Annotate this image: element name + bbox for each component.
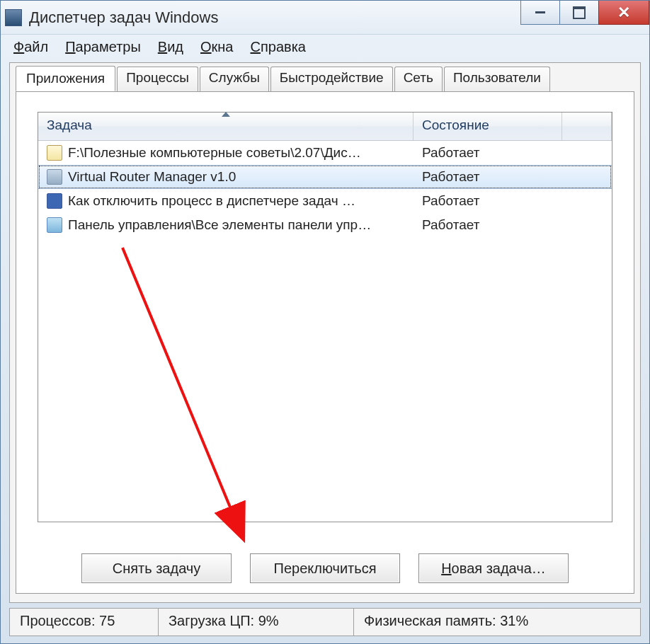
listview-body: F:\Полезные компьютерные советы\2.07\Дис… (38, 141, 612, 237)
window-title: Диспетчер задач Windows (29, 8, 521, 27)
table-row[interactable]: Как отключить процесс в диспетчере задач… (38, 189, 612, 213)
menubar: Файл Параметры Вид Окна Справка (1, 35, 649, 62)
sort-ascending-icon (222, 112, 230, 117)
column-spacer (562, 113, 612, 140)
tab-processes[interactable]: Процессы (117, 67, 198, 92)
column-task[interactable]: Задача (38, 113, 414, 140)
table-row[interactable]: F:\Полезные компьютерные советы\2.07\Дис… (38, 141, 612, 165)
status-cell: Работает (414, 145, 562, 161)
column-status[interactable]: Состояние (414, 113, 562, 140)
task-name: F:\Полезные компьютерные советы\2.07\Дис… (68, 145, 361, 161)
task-manager-window: Диспетчер задач Windows ✕ Файл Параметры… (0, 0, 650, 644)
button-row: Снять задачу Переключиться Новая задача… (16, 553, 634, 583)
tab-performance[interactable]: Быстродействие (270, 67, 393, 92)
task-cell: Как отключить процесс в диспетчере задач… (38, 193, 414, 209)
app-icon (5, 9, 22, 26)
status-cell: Работает (414, 193, 562, 209)
listview-header: Задача Состояние (38, 113, 612, 141)
menu-help[interactable]: Справка (250, 39, 305, 55)
task-cell: Virtual Router Manager v1.0 (38, 169, 414, 185)
minimize-button[interactable] (520, 1, 560, 25)
titlebar[interactable]: Диспетчер задач Windows ✕ (1, 1, 649, 35)
word-icon (47, 193, 62, 209)
table-row[interactable]: Virtual Router Manager v1.0Работает (38, 165, 612, 189)
status-processes: Процессов: 75 (10, 609, 159, 636)
status-cell: Работает (414, 217, 562, 233)
new-task-button[interactable]: Новая задача… (418, 553, 569, 583)
switch-to-button[interactable]: Переключиться (250, 553, 400, 583)
statusbar: Процессов: 75 Загрузка ЦП: 9% Физическая… (9, 608, 641, 636)
tab-applications[interactable]: Приложения (16, 66, 115, 91)
window-buttons: ✕ (521, 1, 649, 34)
status-memory: Физическая память: 31% (354, 609, 640, 636)
maximize-button[interactable] (559, 1, 599, 25)
task-name: Virtual Router Manager v1.0 (68, 169, 236, 185)
table-row[interactable]: Панель управления\Все элементы панели уп… (38, 213, 612, 237)
tab-page-applications: Задача Состояние F:\Полезные компьютерны… (16, 91, 634, 594)
generic-icon (47, 169, 62, 185)
column-status-label: Состояние (422, 117, 489, 132)
close-button[interactable]: ✕ (598, 1, 649, 25)
end-task-button[interactable]: Снять задачу (81, 553, 232, 583)
tabstrip: Приложения Процессы Службы Быстродействи… (10, 63, 640, 91)
tab-services[interactable]: Службы (200, 67, 269, 92)
applications-listview[interactable]: Задача Состояние F:\Полезные компьютерны… (38, 112, 612, 522)
menu-windows[interactable]: Окна (200, 39, 233, 55)
tab-networking[interactable]: Сеть (394, 67, 443, 92)
folder-icon (47, 145, 62, 161)
task-name: Как отключить процесс в диспетчере задач… (68, 193, 355, 209)
task-name: Панель управления\Все элементы панели уп… (68, 217, 371, 233)
status-cpu: Загрузка ЦП: 9% (159, 609, 354, 636)
task-cell: Панель управления\Все элементы панели уп… (38, 217, 414, 233)
tab-users[interactable]: Пользователи (444, 67, 550, 92)
menu-file[interactable]: Файл (13, 39, 48, 55)
task-cell: F:\Полезные компьютерные советы\2.07\Дис… (38, 145, 414, 161)
menu-view[interactable]: Вид (158, 39, 183, 55)
status-cell: Работает (414, 169, 562, 185)
client-area: Приложения Процессы Службы Быстродействи… (9, 62, 641, 603)
menu-options[interactable]: Параметры (65, 39, 141, 55)
column-task-label: Задача (47, 117, 92, 132)
panel-icon (47, 217, 62, 233)
